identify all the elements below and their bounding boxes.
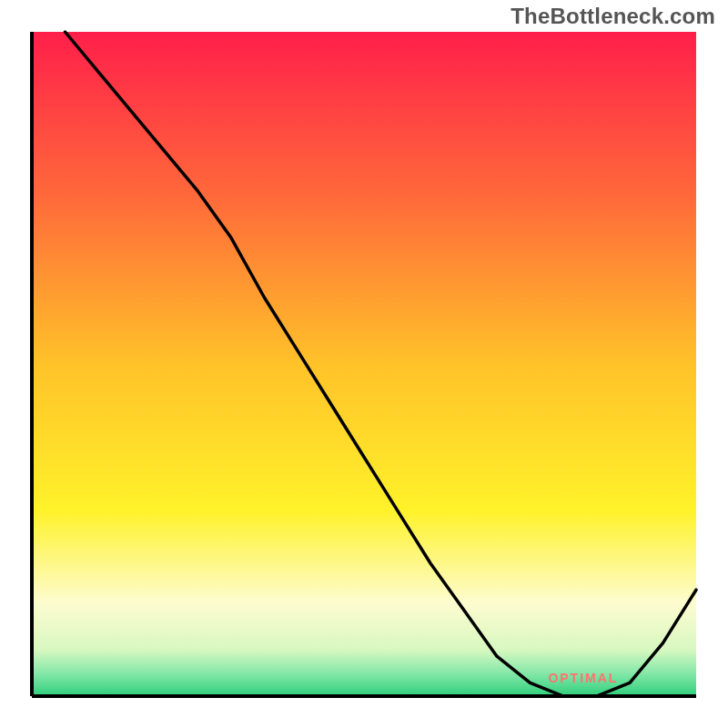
plot-background	[32, 32, 696, 696]
optimal-label: OPTIMAL	[548, 671, 618, 685]
bottleneck-chart: OPTIMAL	[0, 0, 728, 728]
chart-figure: TheBottleneck.com OPTIMAL	[0, 0, 728, 728]
